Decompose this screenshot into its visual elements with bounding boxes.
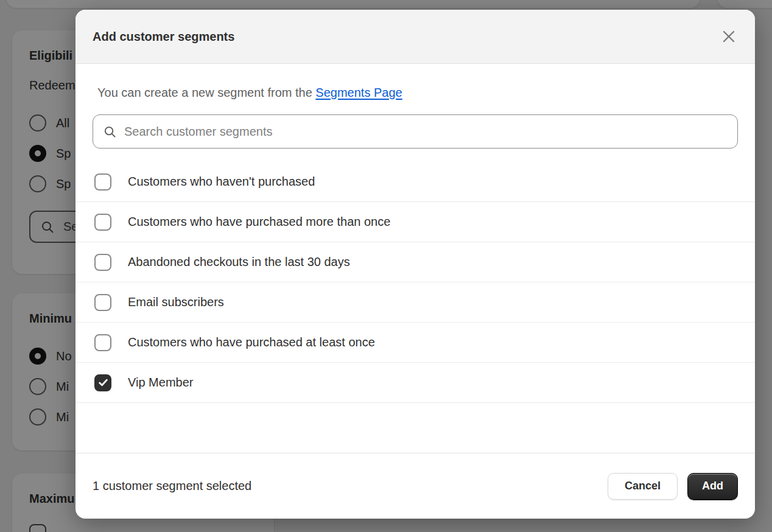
segment-label: Email subscribers (128, 295, 224, 309)
footer-actions: Cancel Add (608, 473, 738, 500)
segment-row[interactable]: Email subscribers (75, 282, 755, 323)
selected-summary: 1 customer segment selected (93, 479, 251, 493)
checkmark-icon (98, 377, 108, 388)
segment-list: Customers who haven't purchased Customer… (75, 162, 755, 403)
segment-label: Customers who have purchased at least on… (128, 335, 375, 349)
search-field[interactable] (93, 114, 738, 149)
search-icon (103, 125, 117, 139)
segment-row[interactable]: Customers who have purchased at least on… (75, 323, 755, 363)
segment-row[interactable]: Abandoned checkouts in the last 30 days (75, 242, 755, 282)
helper-text-prefix: You can create a new segment from the (97, 86, 315, 99)
modal-header: Add customer segments (75, 10, 755, 64)
segment-label: Customers who haven't purchased (128, 175, 315, 189)
add-button[interactable]: Add (687, 473, 738, 500)
modal-footer: 1 customer segment selected Cancel Add (75, 453, 755, 519)
checkbox[interactable] (94, 254, 111, 271)
checkbox[interactable] (94, 294, 111, 311)
checkbox[interactable] (94, 214, 111, 231)
segments-page-link[interactable]: Segments Page (315, 86, 402, 99)
cancel-button[interactable]: Cancel (608, 473, 678, 500)
checkbox[interactable] (94, 374, 111, 391)
close-icon (721, 29, 736, 44)
search-input[interactable] (124, 125, 728, 139)
close-button[interactable] (718, 26, 739, 47)
modal-body: You can create a new segment from the Se… (75, 64, 755, 519)
checkbox[interactable] (94, 334, 111, 351)
checkbox[interactable] (94, 173, 111, 191)
add-customer-segments-modal: Add customer segments You can create a n… (75, 10, 755, 519)
segment-row[interactable]: Customers who have purchased more than o… (75, 202, 755, 242)
modal-title: Add customer segments (93, 30, 234, 44)
segment-row[interactable]: Vip Member (75, 363, 755, 403)
segment-label: Customers who have purchased more than o… (128, 215, 390, 229)
segment-label: Abandoned checkouts in the last 30 days (128, 255, 350, 269)
segment-label: Vip Member (128, 376, 193, 390)
helper-text: You can create a new segment from the Se… (75, 64, 755, 100)
segment-row[interactable]: Customers who haven't purchased (75, 162, 755, 202)
